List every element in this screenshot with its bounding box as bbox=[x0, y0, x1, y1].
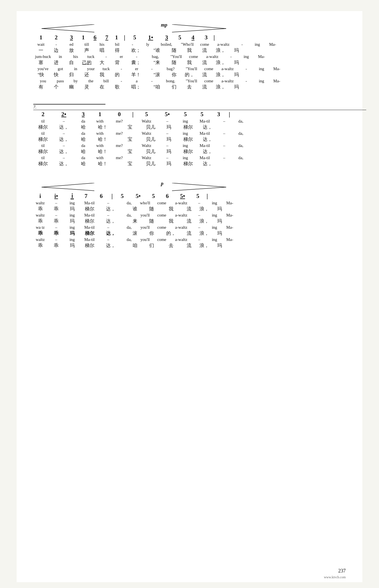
lyric-row-1-en: wait - ed till his bil - ly boiled, "Who… bbox=[33, 42, 346, 47]
svg-line-2 bbox=[172, 24, 226, 29]
s3-lyric-4-en: waltz – ing Ma-til – da, you'll come a-w… bbox=[33, 237, 346, 242]
s3-lyric-1-en: waltz – ing Ma-til – da, who'll come a-w… bbox=[33, 201, 346, 205]
s2-num-5: 5 bbox=[135, 111, 158, 118]
s3-num-6b: 6 bbox=[160, 193, 174, 200]
s3-num-idot: i• bbox=[47, 193, 65, 200]
num-1b: 1 bbox=[79, 34, 87, 41]
num-3b: 3 bbox=[159, 34, 174, 41]
num-2: 2 bbox=[49, 34, 64, 41]
s3-barline-1: | bbox=[110, 192, 115, 200]
svg-line-5 bbox=[42, 187, 94, 191]
s2-lyric-3-zh: 梯尔 达， 哈 哈！ 宝 贝儿 玛 梯尔 达， bbox=[33, 148, 346, 155]
lyrics-block-3: waltz – ing Ma-til – da, who'll come a-w… bbox=[33, 201, 346, 249]
num-3: 3 bbox=[64, 34, 79, 41]
lyric-row-2-en: jum-buck in his tuck - er - bag, "You'll… bbox=[33, 54, 346, 59]
hairpin-right bbox=[172, 24, 228, 33]
hairpin-right-3 bbox=[172, 183, 228, 191]
s2-num-5b: 5 bbox=[177, 111, 194, 118]
s2-lyric-4-en: til – da with me? Waltz – ing Ma-til – d… bbox=[33, 156, 346, 160]
s2-barline-2: | bbox=[227, 111, 232, 118]
num-1c: 1 bbox=[111, 34, 122, 41]
s3-num-iu: i̲ bbox=[65, 193, 79, 200]
s2-lyric-2-zh: 梯尔 达， 哈 哈！ 宝 贝儿 玛 梯尔 达， bbox=[33, 136, 346, 142]
lyric-row-4-en: you pass by the bill - a - bong. "You'll… bbox=[33, 79, 346, 83]
section-2: 7. 2 2• 3 1 0 | 5 5• 5 5 3 | til – da wi… bbox=[33, 104, 346, 167]
s2-num-2: 2 bbox=[33, 111, 53, 118]
s3-barline-2: | bbox=[205, 192, 210, 200]
s3-num-i: i bbox=[33, 193, 47, 200]
s3-lyric-3-en: wa tz – ing Ma-til – da, you'll come a-w… bbox=[33, 225, 346, 230]
s3-lyric-3-zh: 乖 乖 玛 梯尔 达， 滚 你 的， 流 浪， 玛 bbox=[33, 230, 346, 236]
lyrics-block-2: til – da with me? Waltz – ing Ma-til – d… bbox=[33, 119, 346, 167]
s3-num-6: 6 bbox=[93, 193, 110, 200]
hairpin-left bbox=[42, 24, 97, 33]
s2-num-3: 3 bbox=[75, 111, 92, 118]
s3-num-7: 7 bbox=[79, 193, 93, 200]
lyric-row-3-en: you've got in your tuck - er - bag? "You… bbox=[33, 67, 346, 71]
s2-num-3: 3 bbox=[210, 111, 227, 118]
s2-lyric-2-en: til – da with me? Waltz – ing Ma-til – d… bbox=[33, 131, 346, 136]
s3-num-5dot: 5• bbox=[130, 193, 146, 200]
num-3c: 3 bbox=[201, 34, 212, 41]
section-line-2 bbox=[33, 110, 366, 110]
page-content: mp 1 2 3 1 6 7 1 | 5 1• 3 5 4 3 | bbox=[17, 11, 362, 582]
num-7: 7 bbox=[103, 34, 111, 41]
s3-num-5a: 5 bbox=[115, 193, 130, 200]
num-5: 5 bbox=[127, 34, 142, 41]
s2-num-2dot: 2• bbox=[53, 111, 75, 118]
svg-line-1 bbox=[42, 29, 94, 32]
s2-barline-1: | bbox=[130, 111, 135, 118]
svg-line-7 bbox=[172, 187, 226, 191]
svg-line-6 bbox=[172, 183, 226, 187]
num-1: 1 bbox=[33, 34, 49, 41]
s2-num-0: 0 bbox=[108, 111, 130, 118]
svg-line-0 bbox=[42, 24, 94, 29]
s2-lyric-3-en: til – da with me? Waltz – ing Ma-til – d… bbox=[33, 143, 346, 148]
s3-num-5c: 5 bbox=[191, 193, 205, 200]
barline-2: | bbox=[212, 34, 217, 41]
website: www.ktvcb.com bbox=[324, 575, 346, 579]
num-1dot: 1• bbox=[142, 34, 159, 41]
s2-lyric-1-en: til – da with me? Waltz – ing Ma-til – d… bbox=[33, 119, 346, 124]
mp-dynamic: mp bbox=[161, 22, 167, 28]
lyrics-block-1: wait - ed till his bil - ly boiled, "Who… bbox=[33, 42, 346, 90]
s2-num-1: 1 bbox=[92, 111, 108, 118]
num-6: 6 bbox=[87, 34, 103, 41]
repeat-bracket: 7. bbox=[33, 104, 105, 110]
s3-num-5dotb: 5• bbox=[174, 193, 191, 200]
barline-1: | bbox=[122, 34, 127, 41]
numbers-row-1: 1 2 3 1 6 7 1 | 5 1• 3 5 4 3 | bbox=[33, 34, 346, 41]
num-5b: 5 bbox=[174, 34, 185, 41]
s3-lyric-4-zh: 乖 乖 玛 梯尔 达， 咱 们 去 流 浪， 玛 bbox=[33, 242, 346, 249]
s3-num-5b: 5 bbox=[146, 193, 160, 200]
lyric-row-2-zh: 塞 进 自 己的 大 背 囊； "来 随 我 流 浪， 玛 bbox=[33, 59, 346, 66]
svg-line-4 bbox=[42, 183, 94, 187]
p-dynamic: p bbox=[161, 181, 163, 187]
section-3: p i i• i̲ 7 6 | 5 5• 5 6 5• 5 | waltz bbox=[33, 181, 346, 249]
s2-lyric-1-zh: 梯尔 达， 哈 哈！ 宝 贝儿 玛 梯尔 达， bbox=[33, 124, 346, 130]
num-4: 4 bbox=[185, 34, 201, 41]
page-number: 237 bbox=[338, 568, 346, 574]
numbers-row-3: i i• i̲ 7 6 | 5 5• 5 6 5• 5 | bbox=[33, 192, 346, 200]
s3-lyric-2-zh: 乖 乖 玛 梯尔 达， 来 随 我 流 浪， 玛 bbox=[33, 218, 346, 224]
lyric-row-3-zh: "快 快 归 还 我 的 羊！ "滚 你 的， 流 浪， 玛 bbox=[33, 72, 346, 78]
s2-num-5dot: 5• bbox=[158, 111, 177, 118]
s2-lyric-4-zh: 梯尔 达， 哈 哈！ 宝 贝儿 玛 梯尔 达， bbox=[33, 161, 346, 167]
s3-lyric-1-zh: 乖 乖 玛 梯尔 达， 谁 随 我 流 浪， 玛 bbox=[33, 206, 346, 212]
hairpin-left-3 bbox=[42, 183, 97, 191]
svg-line-3 bbox=[172, 29, 226, 32]
lyric-row-4-zh: 有 个 幽 灵 在 歌 唱； "咱 们 去 流 浪， 玛 bbox=[33, 84, 346, 90]
section-1: mp 1 2 3 1 6 7 1 | 5 1• 3 5 4 3 | bbox=[33, 22, 346, 90]
s3-lyric-2-en: waltz – ing Ma-til – da, you'll come a-w… bbox=[33, 213, 346, 218]
s2-num-5c: 5 bbox=[194, 111, 210, 118]
repeat-number: 7. bbox=[33, 105, 36, 109]
numbers-row-2: 2 2• 3 1 0 | 5 5• 5 5 3 | bbox=[33, 111, 346, 118]
lyric-row-1-zh: 一 边 放 声 唱 得 欢； "谁 随 我 流 浪， 玛 bbox=[33, 47, 346, 54]
